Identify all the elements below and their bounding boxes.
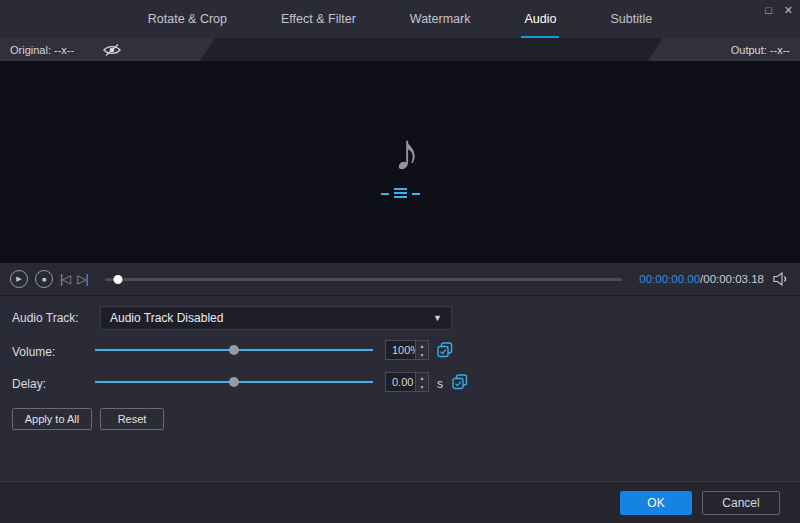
output-info: Output: --x-- (648, 38, 800, 61)
volume-slider-handle[interactable] (229, 345, 239, 355)
ok-button[interactable]: OK (620, 491, 692, 515)
delay-spinner: ▲ ▼ (415, 373, 428, 391)
seek-handle[interactable] (113, 275, 122, 284)
stop-button[interactable]: ■ (35, 270, 53, 288)
audio-track-value: Audio Track Disabled (110, 311, 223, 325)
cancel-button[interactable]: Cancel (702, 491, 780, 515)
audio-track-dropdown[interactable]: Audio Track Disabled ▼ (100, 306, 452, 330)
loading-indicator (381, 188, 420, 198)
time-current: 00:00:00.00 (639, 273, 700, 285)
audio-track-label: Audio Track: (12, 311, 79, 325)
delay-apply-copy-icon[interactable] (452, 374, 468, 390)
video-preview-area: ♪ (0, 61, 800, 263)
spinner-down-icon[interactable]: ▼ (416, 382, 428, 391)
tab-audio[interactable]: Audio (521, 0, 559, 38)
spinner-up-icon[interactable]: ▲ (416, 373, 428, 382)
apply-to-all-button[interactable]: Apply to All (12, 408, 92, 430)
spinner-up-icon[interactable]: ▲ (416, 341, 428, 350)
volume-label: Volume: (12, 345, 55, 359)
delay-unit-label: s (437, 377, 443, 391)
tab-bar: Rotate & Crop Effect & Filter Watermark … (0, 0, 800, 38)
delay-value: 0.00 (392, 376, 413, 388)
delay-slider-handle[interactable] (229, 377, 239, 387)
delay-slider[interactable] (95, 372, 373, 392)
audio-settings-panel: Audio Track: Audio Track Disabled ▼ Volu… (0, 296, 800, 481)
next-frame-button[interactable]: ▷| (77, 272, 87, 286)
output-label: Output: --x-- (731, 44, 790, 56)
eye-off-icon[interactable] (102, 43, 122, 57)
player-bar: ▶ ■ |◁ ▷| 00:00:00.00/00:00:03.18 (0, 263, 800, 296)
volume-spinner: ▲ ▼ (415, 341, 428, 359)
maximize-icon[interactable]: □ (765, 3, 772, 17)
audio-editor-window: Rotate & Crop Effect & Filter Watermark … (0, 0, 800, 523)
delay-input[interactable]: 0.00 ▲ ▼ (385, 372, 429, 392)
footer-bar: OK Cancel (0, 481, 800, 523)
play-button[interactable]: ▶ (10, 270, 28, 288)
spinner-down-icon[interactable]: ▼ (416, 350, 428, 359)
tab-rotate-crop[interactable]: Rotate & Crop (145, 0, 230, 38)
close-icon[interactable]: ✕ (784, 3, 793, 17)
volume-apply-copy-icon[interactable] (437, 342, 453, 358)
music-note-icon: ♪ (394, 126, 420, 178)
tab-subtitle[interactable]: Subtitle (607, 0, 655, 38)
preview-info-strip: Original: --x-- Output: --x-- (0, 38, 800, 61)
time-display: 00:00:00.00/00:00:03.18 (639, 273, 764, 285)
delay-label: Delay: (12, 377, 46, 391)
play-icon: ▶ (16, 275, 21, 283)
stop-icon: ■ (42, 276, 46, 283)
tab-effect-filter[interactable]: Effect & Filter (278, 0, 359, 38)
prev-frame-button[interactable]: |◁ (60, 272, 70, 286)
volume-input[interactable]: 100% ▲ ▼ (385, 340, 429, 360)
time-total: /00:00:03.18 (700, 273, 764, 285)
tab-watermark[interactable]: Watermark (407, 0, 474, 38)
original-label: Original: --x-- (10, 44, 74, 56)
original-info: Original: --x-- (0, 38, 215, 61)
window-controls: □ ✕ (765, 3, 793, 17)
chevron-down-icon: ▼ (433, 313, 442, 323)
volume-slider[interactable] (95, 340, 373, 360)
reset-button[interactable]: Reset (100, 408, 164, 430)
seek-slider[interactable] (105, 270, 623, 288)
seek-track[interactable] (105, 278, 623, 281)
speaker-icon[interactable] (773, 272, 790, 286)
